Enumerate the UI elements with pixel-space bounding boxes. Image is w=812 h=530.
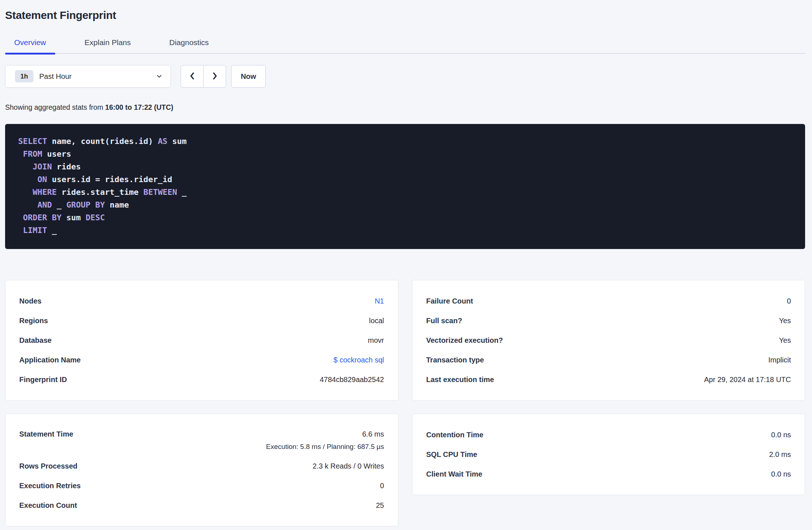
execution-attributes-card: Failure Count 0 Full scan? Yes Vectorize… — [412, 280, 805, 401]
detail-row-full-scan: Full scan? Yes — [426, 311, 791, 330]
chevron-down-icon — [155, 72, 163, 80]
detail-row-client-wait-time: Client Wait Time 0.0 ns — [426, 464, 791, 484]
wait-times-card: Contention Time 0.0 ns SQL CPU Time 2.0 … — [412, 414, 805, 495]
tab-diagnostics[interactable]: Diagnostics — [160, 38, 218, 53]
detail-row-database: Database movr — [19, 330, 384, 350]
summary-cards-row-1: Nodes N1 Regions local Database movr App… — [5, 280, 805, 401]
summary-cards-row-2: Statement Time 6.6 ms Execution: 5.8 ms … — [5, 414, 805, 526]
time-interval-dropdown[interactable]: 1h Past Hour — [5, 65, 171, 88]
tab-explain-plans[interactable]: Explain Plans — [76, 38, 140, 53]
detail-row-execution-count: Execution Count 25 — [19, 495, 384, 515]
statement-details-card: Nodes N1 Regions local Database movr App… — [5, 280, 398, 401]
aggregated-stats-line: Showing aggregated stats from 16:00 to 1… — [5, 103, 805, 112]
prev-range-button[interactable] — [181, 65, 204, 88]
sql-statement-fingerprint: SELECT name, count(rides.id) AS sum FROM… — [5, 124, 805, 249]
detail-row-contention-time: Contention Time 0.0 ns — [426, 425, 791, 445]
detail-row-execution-retries: Execution Retries 0 — [19, 476, 384, 495]
statement-times-card: Statement Time 6.6 ms Execution: 5.8 ms … — [5, 414, 398, 526]
now-button[interactable]: Now — [231, 65, 266, 88]
stats-time-range: 16:00 to 17:22 (UTC) — [105, 103, 173, 111]
detail-row-application-name: Application Name $ cockroach sql — [19, 350, 384, 370]
detail-row-rows-processed: Rows Processed 2.3 k Reads / 0 Writes — [19, 456, 384, 476]
next-range-button[interactable] — [203, 65, 226, 88]
time-controls: 1h Past Hour Now — [5, 65, 805, 88]
application-name-link[interactable]: $ cockroach sql — [334, 356, 384, 364]
chevron-left-icon — [188, 71, 197, 82]
detail-row-nodes: Nodes N1 — [19, 291, 384, 311]
detail-row-regions: Regions local — [19, 311, 384, 330]
detail-row-last-execution-time: Last execution time Apr 29, 2024 at 17:1… — [426, 370, 791, 389]
tab-bar: Overview Explain Plans Diagnostics — [5, 38, 805, 54]
statement-fingerprint-page: Statement Fingerprint Overview Explain P… — [0, 0, 812, 526]
detail-row-vectorized-execution: Vectorized execution? Yes — [426, 330, 791, 350]
detail-row-transaction-type: Transaction type Implicit — [426, 350, 791, 370]
selected-range-label: Past Hour — [39, 72, 72, 81]
tab-overview[interactable]: Overview — [5, 38, 55, 53]
stats-line-prefix: Showing aggregated stats from — [5, 103, 105, 111]
range-step-buttons — [181, 65, 226, 88]
interval-badge: 1h — [15, 70, 33, 83]
detail-row-sql-cpu-time: SQL CPU Time 2.0 ms — [426, 445, 791, 464]
statement-time-breakdown: Execution: 5.8 ms / Planning: 687.5 µs — [266, 443, 384, 451]
nodes-link[interactable]: N1 — [375, 297, 384, 305]
detail-row-fingerprint-id: Fingerprint ID 4784cb829aab2542 — [19, 370, 384, 389]
chevron-right-icon — [210, 71, 220, 82]
detail-row-failure-count: Failure Count 0 — [426, 291, 791, 311]
detail-row-statement-time: Statement Time 6.6 ms Execution: 5.8 ms … — [19, 425, 384, 456]
page-title: Statement Fingerprint — [5, 9, 805, 21]
